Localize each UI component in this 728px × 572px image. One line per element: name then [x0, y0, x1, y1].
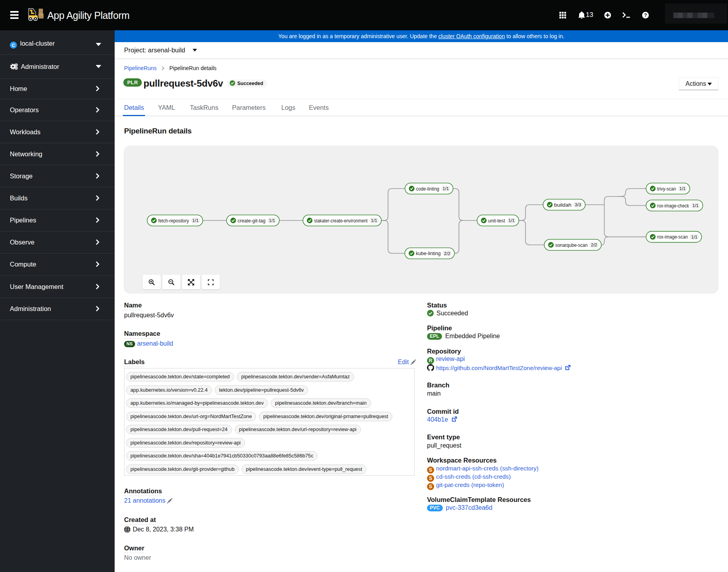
svg-text:1/1: 1/1 — [691, 235, 698, 239]
svg-text:1/1: 1/1 — [269, 218, 275, 223]
svg-text:sonarqube-scan: sonarqube-scan — [555, 242, 588, 248]
svg-text:1/1: 1/1 — [680, 186, 686, 191]
svg-text:1/1: 1/1 — [443, 186, 449, 191]
svg-text:1/1: 1/1 — [371, 218, 377, 223]
svg-text:2/2: 2/2 — [444, 251, 450, 256]
svg-text:kube-linting: kube-linting — [416, 251, 441, 256]
svg-text:1/1: 1/1 — [693, 203, 699, 208]
svg-text:2/2: 2/2 — [591, 242, 597, 247]
svg-text:create-git-tag: create-git-tag — [238, 218, 266, 224]
svg-text:stakater-create-environment: stakater-create-environment — [314, 218, 368, 224]
svg-text:rox-image-check: rox-image-check — [657, 203, 689, 209]
svg-text:1/1: 1/1 — [192, 218, 199, 223]
svg-text:unit-test: unit-test — [488, 218, 505, 224]
svg-text:code-linting: code-linting — [416, 186, 439, 192]
svg-text:?: ? — [644, 13, 647, 18]
svg-text:1/1: 1/1 — [509, 218, 515, 223]
svg-text:rox-image-scan: rox-image-scan — [657, 234, 688, 240]
svg-text:3/3: 3/3 — [575, 202, 581, 207]
svg-text:buildah: buildah — [554, 202, 572, 208]
svg-text:trivy-scan: trivy-scan — [657, 186, 676, 192]
svg-text:fetch-repository: fetch-repository — [158, 218, 189, 224]
